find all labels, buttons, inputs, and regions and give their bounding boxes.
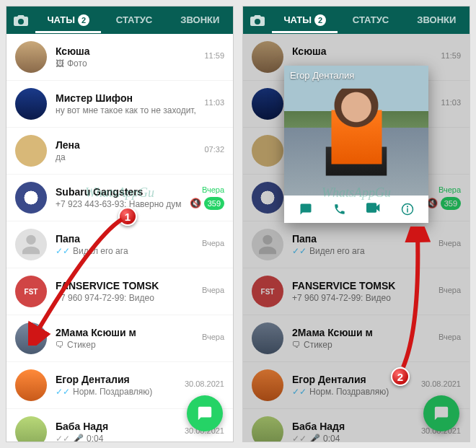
sent-check-icon: ✓✓ — [56, 434, 70, 442]
message-icon[interactable] — [299, 203, 313, 216]
tab-calls[interactable]: ЗВОНКИ — [404, 7, 470, 33]
read-check-icon: ✓✓ — [56, 387, 70, 397]
arrow-annotation — [28, 216, 129, 346]
call-icon[interactable] — [333, 203, 346, 216]
arrow-annotation — [395, 227, 431, 371]
mute-icon: 🔇 — [190, 198, 201, 208]
tab-chats[interactable]: ЧАТЫ2 — [272, 7, 338, 33]
avatar[interactable] — [15, 88, 47, 120]
top-tabs: ЧАТЫ2 СТАТУС ЗВОНКИ — [6, 6, 233, 34]
camera-icon[interactable] — [243, 14, 272, 26]
avatar[interactable] — [15, 369, 47, 401]
tab-status[interactable]: СТАТУС — [101, 7, 167, 33]
contact-photo[interactable]: Егор Денталия — [284, 66, 428, 196]
chat-name: Ксюша — [56, 45, 195, 57]
new-chat-fab[interactable] — [187, 395, 223, 431]
unread-badge: 359 — [204, 197, 224, 210]
avatar[interactable] — [15, 416, 47, 442]
avatar[interactable] — [15, 41, 47, 73]
mic-icon: 🎤 — [73, 434, 84, 442]
phone-screen-right: ЧАТЫ2 СТАТУС ЗВОНКИ Ксюша 11:59 Мистер Ш… — [242, 6, 470, 442]
tab-status[interactable]: СТАТУС — [338, 7, 403, 33]
svg-point-1 — [407, 206, 408, 207]
popup-actions — [284, 196, 428, 223]
info-icon[interactable] — [401, 203, 414, 216]
camera-icon[interactable] — [6, 14, 35, 26]
contact-preview-popup: Егор Денталия — [284, 66, 428, 223]
avatar[interactable] — [15, 182, 47, 214]
svg-rect-2 — [407, 208, 408, 213]
tab-chats[interactable]: ЧАТЫ2 — [35, 7, 101, 33]
tab-calls[interactable]: ЗВОНКИ — [167, 7, 233, 33]
chat-row[interactable]: Мистер Шифон ну вот мне такое как то не … — [6, 81, 233, 128]
chat-time: 11:59 — [204, 51, 224, 60]
top-tabs: ЧАТЫ2 СТАТУС ЗВОНКИ — [243, 6, 470, 34]
chat-row[interactable]: Лена да 07:32 — [6, 128, 233, 175]
avatar[interactable] — [15, 135, 47, 167]
photo-icon: 🖼 — [56, 58, 64, 69]
contact-name: Егор Денталия — [290, 70, 354, 81]
chat-row[interactable]: Ксюша 🖼 Фото 11:59 — [6, 34, 233, 81]
phone-screen-left: ЧАТЫ2 СТАТУС ЗВОНКИ Ксюша 🖼 Фото 11:59 М… — [6, 6, 234, 442]
video-icon[interactable] — [366, 203, 381, 216]
chat-preview: 🖼 Фото — [56, 58, 195, 69]
